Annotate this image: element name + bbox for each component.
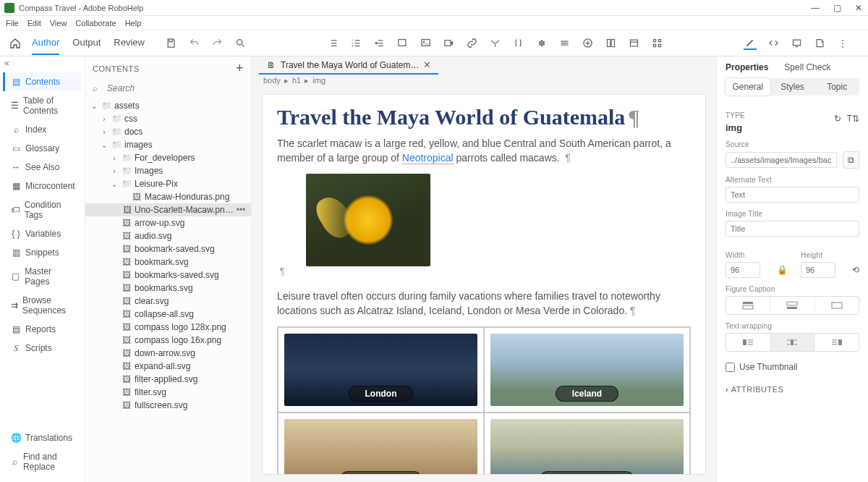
tree-folder[interactable]: ›📁css — [85, 112, 251, 125]
rail-microcontent[interactable]: ▦Microcontent — [3, 177, 82, 195]
neotropical-link[interactable]: Neotropical — [402, 152, 454, 164]
close-button[interactable]: ✕ — [854, 3, 864, 13]
preview-icon[interactable] — [790, 37, 803, 50]
macaw-image[interactable] — [306, 174, 430, 266]
add-content-button[interactable]: + — [236, 61, 244, 76]
rail-glossary[interactable]: ▭Glossary — [3, 139, 82, 158]
rail-reports[interactable]: ▤Reports — [3, 320, 82, 339]
alt-text-input[interactable] — [726, 187, 859, 203]
tree-file[interactable]: 🖼fullscreen.svg — [85, 399, 251, 412]
tree-file[interactable]: 🖼compass logo 128x.png — [85, 321, 251, 334]
rail-snippets[interactable]: ▥Snippets — [3, 243, 82, 262]
mode-author[interactable]: Author — [32, 31, 59, 55]
source-mode-icon[interactable] — [767, 37, 780, 50]
rail-scripts[interactable]: 𝑆Scripts — [3, 339, 82, 358]
tree-folder[interactable]: ›📁docs — [85, 125, 251, 138]
menu-edit[interactable]: Edit — [27, 19, 41, 28]
insert-image-icon[interactable] — [420, 37, 433, 50]
tree-file[interactable]: 🖼bookmarks-saved.svg — [85, 269, 251, 282]
contents-search-input[interactable] — [107, 83, 244, 93]
tree-folder[interactable]: ›📁For_developers — [85, 151, 251, 164]
outdent-icon[interactable] — [373, 37, 386, 50]
reset-size-icon[interactable]: ⟲ — [852, 265, 859, 278]
thumb-mesa-verde[interactable]: Mesa Verde — [284, 419, 477, 475]
tree-item-more-icon[interactable]: ••• — [237, 205, 250, 215]
minimize-button[interactable]: — — [810, 3, 820, 13]
prop-tab-topic[interactable]: Topic — [814, 78, 859, 96]
more-icon[interactable]: ⋮ — [836, 37, 849, 50]
attributes-accordion[interactable]: ATTRIBUTES — [726, 385, 859, 394]
thumb-alcatraz[interactable]: Alcatraz Island — [490, 419, 684, 475]
rail-find-replace[interactable]: ⌕Find and Replace — [3, 447, 82, 476]
insert-field-icon[interactable] — [628, 37, 641, 50]
insert-image-dropdown-icon[interactable] — [396, 37, 409, 50]
props-tab-spellcheck[interactable]: Spell Check — [784, 62, 830, 72]
mode-review[interactable]: Review — [114, 31, 145, 55]
lock-aspect-icon[interactable]: 🔒 — [777, 265, 788, 278]
width-input[interactable] — [726, 262, 760, 278]
tree-folder[interactable]: ⌄📁assets — [85, 99, 251, 112]
insert-snippet-icon[interactable] — [605, 37, 618, 50]
insert-variable-icon[interactable] — [512, 37, 525, 50]
thumb-london[interactable]: London — [284, 334, 477, 406]
insert-link-icon[interactable] — [466, 37, 479, 50]
editor-canvas[interactable]: Travel the Maya World of Guatemala¶ The … — [262, 94, 706, 475]
insert-symbol-icon[interactable]: ✽ — [535, 37, 548, 50]
tree-folder[interactable]: ›📁Images — [85, 164, 251, 177]
rail-master-pages[interactable]: ▢Master Pages — [3, 262, 82, 291]
tree-file[interactable]: 🖼collapse-all.svg — [85, 308, 251, 321]
thumb-iceland[interactable]: Iceland — [490, 334, 684, 406]
redo-icon[interactable] — [211, 37, 224, 50]
tree-file[interactable]: 🖼clear.svg — [85, 295, 251, 308]
prop-tab-styles[interactable]: Styles — [770, 78, 815, 96]
tree-folder[interactable]: ⌄📁Leisure-Pix — [85, 177, 251, 190]
tree-file[interactable]: 🖼bookmark-saved.svg — [85, 242, 251, 255]
tree-file[interactable]: 🖼expand-all.svg — [85, 360, 251, 373]
rail-variables[interactable]: { }Variables — [3, 224, 82, 243]
bullet-list-icon[interactable] — [327, 37, 340, 50]
menu-view[interactable]: View — [50, 19, 67, 28]
rail-contents[interactable]: ▤Contents — [3, 72, 82, 91]
tree-file[interactable]: 🖼bookmarks.svg — [85, 282, 251, 295]
numbered-list-icon[interactable]: 123 — [350, 37, 363, 50]
collapse-rail-icon[interactable]: « — [4, 58, 9, 68]
use-thumbnail-checkbox[interactable] — [726, 363, 735, 372]
wrap-center-icon[interactable] — [770, 334, 814, 351]
mode-output[interactable]: Output — [72, 31, 101, 55]
rail-browse-sequences[interactable]: ⇉Browse Sequences — [3, 291, 82, 320]
rail-translations[interactable]: 🌐Translations — [3, 428, 82, 447]
menu-help[interactable]: Help — [125, 19, 142, 28]
tree-file[interactable]: 🖼Macaw-Honduras.png — [85, 190, 251, 203]
text-options-icon[interactable]: T⇅ — [847, 114, 859, 124]
insert-frame-icon[interactable] — [651, 37, 664, 50]
source-input[interactable] — [726, 152, 837, 168]
props-tab-properties[interactable]: Properties — [726, 62, 768, 72]
maximize-button[interactable]: ▢ — [832, 3, 842, 13]
tree-file[interactable]: 🖼down-arrow.svg — [85, 347, 251, 360]
rail-toc[interactable]: ☰Table of Contents — [3, 91, 82, 120]
wrap-left-icon[interactable] — [726, 334, 770, 351]
rail-condition-tags[interactable]: 🏷Condition Tags — [3, 195, 82, 224]
close-tab-icon[interactable]: ✕ — [423, 59, 431, 70]
prop-tab-general[interactable]: General — [726, 78, 770, 96]
tree-file[interactable]: 🖼audio.svg — [85, 229, 251, 242]
rail-index[interactable]: ⌕Index — [3, 120, 82, 139]
figcap-above-icon[interactable] — [726, 297, 770, 314]
insert-add-icon[interactable] — [582, 37, 595, 50]
find-icon[interactable] — [234, 37, 247, 50]
edit-mode-icon[interactable] — [744, 37, 757, 50]
tree-file[interactable]: 🖼Uno-Scarlett-Macaw.pn…••• — [85, 203, 251, 216]
insert-hr-icon[interactable] — [558, 37, 571, 50]
browse-source-icon[interactable]: ⧉ — [843, 151, 859, 169]
insert-dropdown-icon[interactable] — [489, 37, 502, 50]
menu-file[interactable]: File — [6, 19, 19, 28]
menu-collaborate[interactable]: Collaborate — [75, 19, 116, 28]
home-icon[interactable] — [9, 37, 22, 50]
height-input[interactable] — [801, 262, 835, 278]
save-icon[interactable] — [165, 37, 178, 50]
tree-file[interactable]: 🖼bookmark.svg — [85, 255, 251, 269]
tree-file[interactable]: 🖼filter-applied.svg — [85, 373, 251, 386]
undo-icon[interactable] — [188, 37, 201, 50]
wrap-right-icon[interactable] — [815, 334, 859, 351]
rail-seealso[interactable]: ↔See Also — [3, 158, 82, 177]
